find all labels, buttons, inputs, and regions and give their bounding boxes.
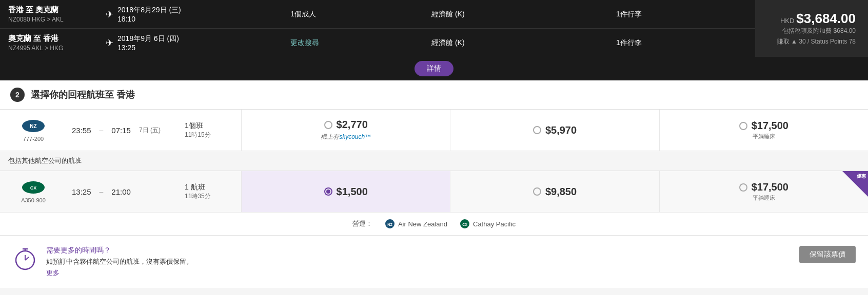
nz-airline-info: NZ 777-200 [0,111,67,149]
cx-first-price: $17,500 [752,181,788,193]
booking-rows: 香港 至 奧克蘭 NZ0080 HKG > AKL ✈ 2018年8月29日 (… [0,0,755,57]
bottom-title: 需要更多的時間嗎？ [46,246,791,255]
cx-promo-text: 優惠 [857,173,866,180]
timer-icon [12,246,38,271]
inbound-date: 2018年9月 6日 (四) 13:25 [117,34,179,52]
price-points: 賺取 ▲ 30 / Status Points 78 [777,37,856,46]
cx-flight-row[interactable]: CX A350-900 13:25 – 21:00 1 航班 11時35分 $1… [0,171,868,213]
outbound-date: 2018年8月29日 (三) 18:10 [117,6,181,23]
inbound-row: 奧克蘭 至 香港 NZ4995 AKL > HKG ✈ 2018年9月 6日 (… [0,29,755,57]
cx-promo-badge-right: 優惠 [842,171,868,197]
nz-logo: NZ [21,118,46,134]
bottom-info: 需要更多的時間嗎？ 如預訂中含夥伴航空公司的航班，沒有票價保留。 更多 保留該票… [0,235,868,288]
cx-flat-bed: 平躺睡床 [753,194,775,202]
outbound-code: NZ0080 HKG > AKL [8,16,95,23]
svg-text:CX: CX [462,223,467,226]
legend-airnz-label: Air New Zealand [398,220,447,228]
other-airlines-header: 包括其他航空公司的航班 [0,151,868,171]
nz-arrive: 07:15 [111,126,131,135]
nz-first-option[interactable]: $17,500 平躺睡床 [659,110,868,151]
cx-business-price: $9,850 [545,186,577,198]
inbound-baggage: 1件行李 [616,38,747,48]
booking-bar: 香港 至 奧克蘭 NZ0080 HKG > AKL ✈ 2018年8月29日 (… [0,0,868,57]
inbound-info: 奧克蘭 至 香港 NZ4995 AKL > HKG [8,34,95,52]
nz-depart: 23:55 [72,126,91,135]
cx-arrive: 21:00 [111,187,131,196]
detail-btn-row: 詳情 [0,57,868,80]
legend-cathay-label: Cathay Pacific [473,220,516,228]
outbound-cabin: 經濟艙 (K) [431,10,606,19]
cx-first-option[interactable]: $17,500 平躺睡床 [659,171,868,212]
inbound-code: NZ4995 AKL > HKG [8,45,95,52]
cx-economy-price: $1,500 [337,186,368,198]
legend-airnz: NZ Air New Zealand [385,219,447,229]
cx-economy-option[interactable]: $1,500 [241,171,450,212]
cx-stops: 1 航班 11時35分 [180,176,241,208]
nz-skycouch-label: 機上有skycouch™ [321,133,371,141]
legend-label: 營運： [352,219,372,228]
cx-economy-radio[interactable] [324,187,332,196]
outbound-info: 香港 至 奧克蘭 NZ0080 HKG > AKL [8,5,95,23]
more-link[interactable]: 更多 [46,269,60,277]
cx-airline-info: CX A350-900 [0,173,67,210]
outbound-route: 香港 至 奧克蘭 [8,5,95,15]
outbound-flight-icon: ✈ 2018年8月29日 (三) 18:10 [106,6,280,23]
nz-business-price: $5,970 [545,124,577,136]
nz-flight-row[interactable]: NZ 777-200 23:55 – 07:15 7日 (五) 1個班 11時1… [0,110,868,151]
legend-cathay: CX Cathay Pacific [460,219,516,229]
nz-economy-option[interactable]: $2,770 機上有skycouch™ [241,110,450,151]
cx-business-option[interactable]: $9,850 [450,171,659,212]
price-tax: 包括稅項及附加費 $684.00 [782,27,856,35]
step2-title: 選擇你的回程航班至 香港 [31,89,135,101]
legend-row: 營運： NZ Air New Zealand CX Cathay Pacific [0,213,868,235]
inbound-flight-icon: ✈ 2018年9月 6日 (四) 13:25 [106,34,280,52]
price-hkd-label: HKD [780,17,794,25]
cx-model: A350-900 [21,197,46,203]
change-search-link[interactable]: 更改搜尋 [290,38,421,48]
nz-first-price: $17,500 [752,120,788,132]
nz-economy-radio[interactable] [324,121,332,129]
outbound-row: 香港 至 奧克蘭 NZ0080 HKG > AKL ✈ 2018年8月29日 (… [0,0,755,29]
detail-button[interactable]: 詳情 [415,61,453,76]
cx-first-radio[interactable] [739,183,747,192]
step2-header: 2 選擇你的回程航班至 香港 [0,80,868,110]
inbound-cabin: 經濟艙 (K) [431,38,606,48]
nz-stops: 1個班 11時15分 [180,114,241,146]
cx-times: 13:25 – 21:00 [67,180,180,203]
step-number: 2 [10,88,25,102]
plane-landing-icon: ✈ [106,37,113,49]
svg-text:NZ: NZ [30,123,36,129]
bottom-desc: 如預訂中含夥伴航空公司的航班，沒有票價保留。 [46,257,791,266]
nz-business-radio[interactable] [533,126,541,134]
flight-list: NZ 777-200 23:55 – 07:15 7日 (五) 1個班 11時1… [0,110,868,213]
nz-date-label: 7日 (五) [139,126,161,135]
nz-economy-price: $2,770 [337,119,368,131]
outbound-baggage: 1件行李 [616,10,747,19]
plane-icon: ✈ [106,9,113,20]
cx-business-radio[interactable] [533,187,541,196]
nz-flat-bed: 平躺睡床 [753,133,775,140]
hold-price-button[interactable]: 保留該票價 [799,246,856,263]
nz-business-option[interactable]: $5,970 [450,110,659,151]
cx-depart: 13:25 [72,187,91,196]
nz-model: 777-200 [23,136,44,142]
cx-logo: CX [21,180,46,195]
outbound-passengers: 1個成人 [290,10,421,19]
inbound-route: 奧克蘭 至 香港 [8,34,95,44]
svg-text:CX: CX [30,185,37,191]
nz-first-radio[interactable] [739,122,747,130]
nz-times: 23:55 – 07:15 7日 (五) [67,119,180,142]
svg-text:NZ: NZ [387,223,392,226]
total-price: $3,684.00 [796,11,856,27]
price-box: HKD $3,684.00 包括稅項及附加費 $684.00 賺取 ▲ 30 /… [755,0,868,57]
bottom-text: 需要更多的時間嗎？ 如預訂中含夥伴航空公司的航班，沒有票價保留。 更多 [46,246,791,278]
svg-line-12 [25,257,29,260]
